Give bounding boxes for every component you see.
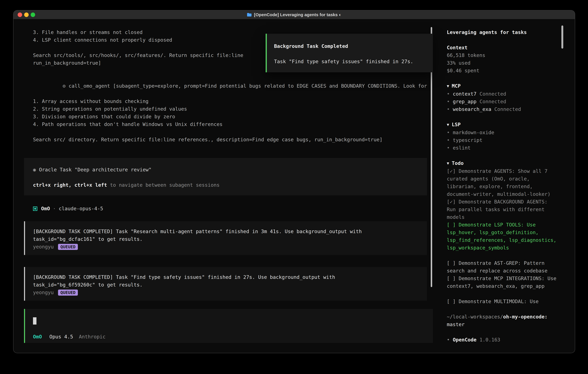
message-author: yeongyu [33,289,54,296]
agent-name: OmO [41,205,50,212]
app-name: OpenCode [453,337,477,343]
minimize-button[interactable] [24,13,29,17]
todo-section-header[interactable]: ▼Todo [447,159,569,167]
context-header: Context [447,44,569,52]
lsp-item: •typescript [447,136,569,144]
esc-key-label: interrupt [64,352,91,353]
text-cursor [33,317,36,324]
lsp-item: •markdown-oxide [447,129,569,136]
zoom-button[interactable] [31,13,35,17]
bullet-icon: • [447,337,450,343]
tool-call-body: 1. Array access without bounds checking … [33,97,427,144]
titlebar: [OpenCode] Leveraging agents for tasks ◐ [13,10,575,19]
shortcut-hint-text: to navigate between subagent sessions [107,182,220,188]
agent-header: OmO · claude-opus-4-5 [33,205,427,212]
queued-badge: QUEUED [58,290,78,296]
close-button[interactable] [18,13,22,17]
chevron-down-icon: ▼ [447,159,449,167]
lsp-header-label: LSP [452,122,461,127]
bullet-icon: • [447,130,450,135]
ctrlp-key-label: commands [410,352,434,353]
mcp-item-status: Connected [480,99,506,104]
oracle-task-title: Oracle Task "Deep architecture review" [39,167,151,173]
todo-item: [ ] Demonstrate AST-GREP: Pattern search… [447,259,558,275]
tool-call-block: ⚙call_omo_agent [subagent_type=explore, … [33,74,427,144]
mcp-section-header[interactable]: ▼MCP [447,82,569,90]
context-section: Context 66,518 tokens 33% used $0.46 spe… [447,44,569,74]
mcp-item: •websearch_exaConnected [447,105,569,113]
record-icon: ◉ [33,167,36,173]
bullet-icon: • [447,99,450,104]
todo-header-label: Todo [452,160,463,166]
prompt-input[interactable]: OmO Opus 4.5 Anthropic [24,309,433,343]
lsp-item: •eslint [447,144,569,152]
terminal-window: [OpenCode] Leveraging agents for tasks ◐… [13,10,575,353]
mcp-header-label: MCP [452,83,461,89]
lsp-section-header[interactable]: ▼LSP [447,121,569,129]
agent-icon [33,207,37,211]
terminal-main-pane: 3. File handles or streams not closed 4.… [13,19,441,353]
sidebar-footer: •OpenCode1.0.163 [447,336,569,344]
mcp-item-status: Connected [480,91,506,97]
tool-call-header: call_omo_agent [subagent_type=explore, p… [69,83,427,89]
input-provider-name: Anthropic [79,333,105,341]
workspace-path-prefix: ~/local-workspaces/ [447,314,503,320]
esc-key-hint: esc [52,352,61,353]
lsp-section: ▼LSP •markdown-oxide •typescript •eslint [447,121,569,152]
mcp-item-status: Connected [494,106,521,112]
context-tokens: 66,518 tokens [447,52,569,59]
mcp-item-name: websearch_exa [453,106,491,112]
traffic-lights [18,13,35,17]
workspace-branch: master [447,321,569,328]
chevron-down-icon: ▼ [447,82,449,90]
message-block: [BACKGROUND TASK COMPLETED] Task "Find t… [24,267,427,301]
bullet-icon: • [447,106,450,112]
ctrlp-key-hint: ctrl+p [389,352,407,353]
agent-model: claude-opus-4-5 [59,205,103,212]
workspace-name: oh-my-opencode: [503,314,547,320]
message-author: yeongyu [33,243,54,251]
notification-title: Background Task Completed [274,42,427,50]
folder-icon [247,13,252,17]
todo-item: [ ] Demonstrate MULTIMODAL: Use [447,298,558,305]
context-spent: $0.46 spent [447,67,569,74]
context-used: 33% used [447,59,569,67]
bullet-icon: • [447,137,450,143]
tab-key-label: switch agent [347,352,382,353]
app-version: 1.0.163 [480,337,500,343]
message-text: [BACKGROUND TASK COMPLETED] Task "Find t… [33,273,421,289]
mcp-section: ▼MCP •context7Connected •grep_appConnect… [447,82,569,113]
tab-key-hint: tab [335,352,344,353]
mcp-item-name: grep_app [453,99,477,104]
separator-dot: · [53,205,56,212]
window-title: [OpenCode] Leveraging agents for tasks ◐ [247,12,342,17]
session-title: Leveraging agents for tasks [447,29,569,36]
workspace-info: ~/local-workspaces/oh-my-opencode: maste… [447,313,569,328]
message-block: [BACKGROUND TASK COMPLETED] Task "Resear… [24,221,427,255]
input-model-name: Opus 4.5 [49,333,73,341]
todo-item: [ ] Demonstrate LSP TOOLS: Use lsp_hover… [447,221,558,252]
bullet-icon: • [447,145,450,151]
status-bar: esc interrupt tab switch agent ctrl+p co… [24,352,434,353]
chevron-down-icon: ▼ [447,121,449,128]
lsp-item-name: eslint [453,145,471,151]
notification-toast: Background Task Completed Task "Find typ… [266,34,433,72]
sidebar-scrollbar[interactable] [561,25,563,49]
gear-icon: ⚙ [63,83,65,89]
mcp-item-name: context7 [453,91,477,97]
todo-item: [✓] Demonstrate AGENTS: Show all 7 curat… [447,167,558,198]
mcp-item: •context7Connected [447,90,569,98]
todo-item: [✓] Demonstrate BACKGROUND AGENTS: Run p… [447,198,558,221]
queued-badge: QUEUED [58,244,78,250]
todo-section: ▼Todo [✓] Demonstrate AGENTS: Show all 7… [447,159,569,305]
message-text: [BACKGROUND TASK COMPLETED] Task "Resear… [33,228,421,243]
input-agent-name: OmO [33,333,42,341]
lsp-item-name: typescript [453,137,483,143]
sidebar: Leveraging agents for tasks Context 66,5… [441,19,575,353]
mcp-item: •grep_appConnected [447,98,569,105]
window-title-text: [OpenCode] Leveraging agents for tasks ◐ [254,12,342,17]
lsp-item-name: markdown-oxide [453,130,494,135]
oracle-task-panel: ◉Oracle Task "Deep architecture review" … [24,158,427,195]
todo-item: [ ] Demonstrate MCP INTEGRATIONS: Use co… [447,275,558,290]
bullet-icon: • [447,91,450,97]
